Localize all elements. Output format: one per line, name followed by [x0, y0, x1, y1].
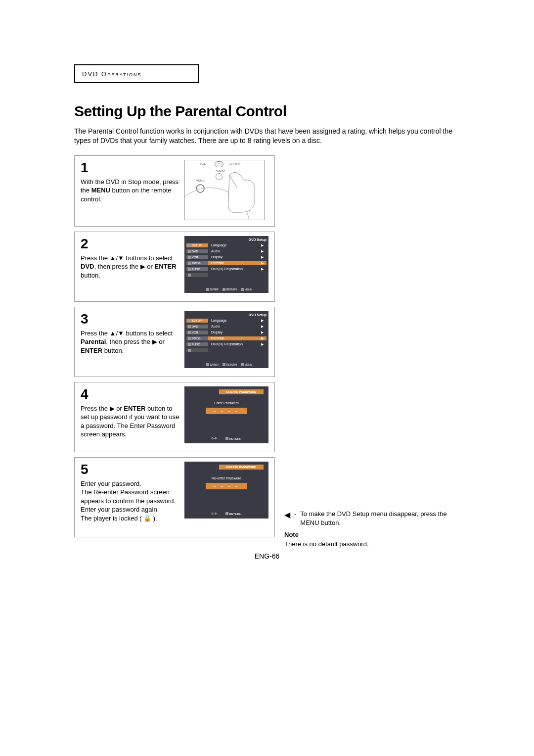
step-2-box: 2 Press the ▲/▼ buttons to select DVD, t…	[74, 232, 275, 302]
label: SETUP	[192, 319, 202, 322]
return-icon	[222, 288, 225, 291]
menu-left-dvd: DVD	[186, 325, 208, 329]
step-5-graphic: CREATE PASSWORD Re-enter Password – – – …	[184, 462, 268, 519]
step-4-graphic: CREATE PASSWORD Enter Password – – – – 0…	[184, 386, 268, 443]
step-1-text: With the DVD in Stop mode, press the MEN…	[81, 176, 179, 204]
text: , then press the ▶ or	[106, 338, 164, 345]
step-number: 2	[81, 236, 90, 252]
label: Display	[211, 331, 222, 334]
step-3-graphic: DVD Setup SETUPLanguage▶ DVDAudio▶ VCRDi…	[184, 311, 268, 368]
tape-icon	[188, 331, 191, 334]
step-number: 1	[81, 160, 90, 176]
bullet-dash: -	[294, 510, 296, 527]
chevron-right-icon: ▶	[261, 267, 267, 271]
label: MENU	[245, 288, 252, 291]
disc-icon	[188, 250, 191, 253]
step-1-graphic: VOL CH/TRK AUDIO MENU	[184, 160, 268, 220]
chevron-right-icon: ▶	[261, 342, 267, 346]
text: Press the ▶ or	[81, 405, 124, 412]
label: RETURN	[229, 437, 241, 440]
menu-footer: ENTER RETURN MENU	[206, 363, 266, 366]
label: PROG	[192, 337, 201, 340]
menu-icon	[241, 363, 244, 366]
chevron-right-icon: ▶	[261, 331, 267, 334]
side-note-line1: To make the DVD Setup menu disappear, pr…	[300, 510, 457, 527]
step-5-box: 5 Enter your password. The Re-enter Pass…	[74, 457, 275, 537]
enter-icon	[206, 363, 209, 366]
label: Language	[211, 243, 226, 247]
menu-item-parental: Parental🔓▶	[208, 336, 267, 340]
label: FUNC	[192, 268, 200, 271]
step-number: 3	[81, 311, 90, 327]
text: The player is locked ( 🔒 ).	[81, 515, 157, 522]
bold: Parental	[81, 338, 106, 345]
text: , then press the ▶ or	[94, 263, 154, 270]
create-password-screen: CREATE PASSWORD Enter Password – – – – 0…	[184, 386, 268, 443]
enter-icon	[206, 288, 209, 291]
text: Press the ▲/▼ buttons to select	[81, 254, 173, 262]
menu-left-vcr: VCR	[186, 331, 208, 334]
password-field: – – – –	[206, 408, 247, 414]
label: DivX(R) Registration	[211, 267, 243, 271]
text: The Re-enter Password screen appears to …	[81, 488, 176, 513]
label: Audio	[211, 325, 220, 328]
bold: DVD	[81, 263, 94, 270]
page-number: ENG-66	[74, 552, 460, 560]
gear-icon	[188, 319, 191, 322]
dvd-setup-menu: DVD Setup SETUPLanguage▶ DVDAudio▶ VCRDi…	[184, 311, 268, 368]
menu-item-audio: Audio▶	[208, 249, 267, 253]
section-header: DVD Operations	[82, 70, 142, 78]
footer-return: RETURN	[222, 363, 237, 366]
menu-left-dvd: DVD	[186, 249, 208, 253]
exit-icon	[188, 349, 191, 352]
password-field: – – – –	[206, 483, 247, 489]
label: Parental	[211, 336, 224, 340]
chevron-right-icon: ▶	[261, 243, 267, 247]
return-icon	[222, 363, 225, 366]
note-text: There is no default password.	[284, 540, 457, 549]
label: ENTER	[210, 288, 219, 291]
menu-item-language: Language▶	[208, 243, 267, 247]
audio-label: AUDIO	[216, 169, 225, 172]
label: RETURN	[226, 288, 237, 291]
lock-open-icon: 🔓	[240, 336, 245, 340]
chevron-right-icon: ▶	[261, 319, 267, 323]
vol-label: VOL	[200, 162, 206, 165]
step-5-text: Enter your password. The Re-enter Passwo…	[81, 477, 179, 523]
footer-digits: 0~9	[212, 512, 217, 516]
step-number: 4	[81, 386, 90, 402]
step-3-text: Press the ▲/▼ buttons to select Parental…	[81, 327, 179, 355]
remote-illustration: VOL CH/TRK AUDIO MENU	[184, 160, 265, 220]
return-icon	[225, 437, 228, 440]
clock-icon	[188, 262, 191, 265]
menu-item-parental: Parental🔓▶	[208, 261, 267, 265]
chevron-right-icon: ▶	[261, 325, 267, 329]
label: ENTER	[210, 363, 219, 366]
chevron-right-icon: ▶	[261, 255, 267, 259]
menu-left-prog: PROG	[186, 336, 208, 340]
label: DVD	[192, 325, 198, 328]
footer-enter: ENTER	[206, 288, 219, 291]
step-4-text: Press the ▶ or ENTER button to set up pa…	[81, 402, 179, 439]
step-1-box: 1 With the DVD in Stop mode, press the M…	[74, 155, 275, 227]
chtrk-label: CH/TRK	[229, 162, 240, 165]
func-icon	[188, 268, 191, 271]
audio-button-icon	[216, 173, 222, 180]
mute-button-icon	[215, 161, 223, 167]
step-3-box: 3 Press the ▲/▼ buttons to select Parent…	[74, 307, 275, 377]
chevron-right-icon: ▶	[261, 249, 267, 253]
text: Press the ▲/▼ buttons to select	[81, 330, 173, 337]
bold: ENTER	[154, 263, 176, 270]
menu-footer: ENTER RETURN MENU	[206, 288, 266, 291]
menu-item-divx: DivX(R) Registration▶	[208, 267, 267, 271]
step-number: 5	[81, 462, 90, 477]
menu-item-display: Display▶	[208, 255, 267, 259]
text: button.	[102, 347, 124, 354]
tape-icon	[188, 256, 191, 259]
menu-left-func: FUNC	[186, 342, 208, 346]
label: VCR	[192, 331, 198, 334]
footer-return: RETURN	[225, 437, 242, 440]
func-icon	[188, 343, 191, 346]
menu-item-divx: DivX(R) Registration▶	[208, 342, 267, 346]
menu-left-vcr: VCR	[186, 255, 208, 259]
